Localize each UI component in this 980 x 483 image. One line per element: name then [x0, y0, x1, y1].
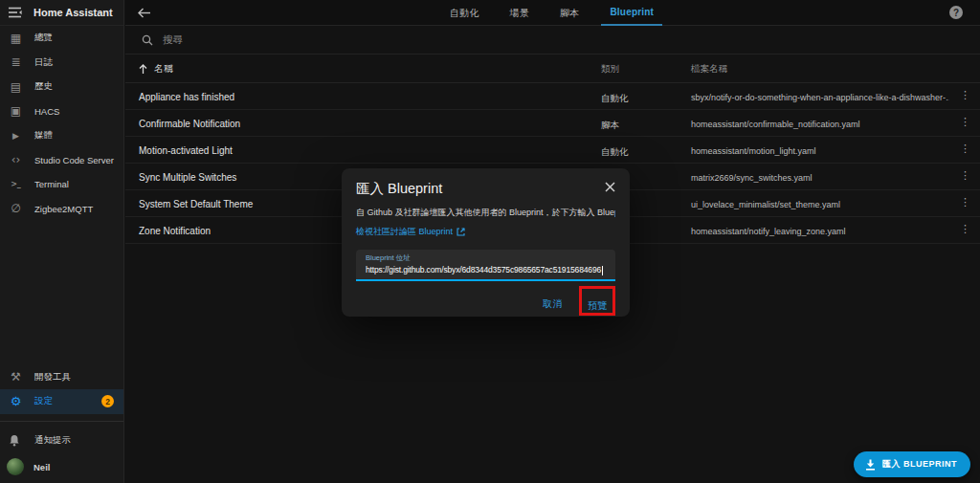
column-header-category[interactable]: 類別	[601, 63, 619, 76]
sidebar-item-settings[interactable]: ⚙ 設定 2	[0, 389, 123, 414]
tab-scripts[interactable]: 腳本	[551, 0, 588, 26]
community-blueprints-link[interactable]: 檢視社區討論區 Blueprint	[356, 226, 615, 238]
link-label: 檢視社區討論區 Blueprint	[356, 226, 453, 238]
blueprint-url-field[interactable]: Blueprint 位址 https://gist.github.com/sby…	[356, 250, 615, 281]
sidebar-item-logbook[interactable]: ≣ 日誌	[0, 51, 123, 76]
cell-name: System Set Default Theme	[139, 199, 253, 209]
search-bar[interactable]: 搜尋	[125, 26, 980, 55]
input-value: https://gist.github.com/sbyx/6d8344d3575…	[366, 265, 606, 275]
sidebar-header: Home Assistant	[0, 0, 123, 26]
import-blueprint-fab[interactable]: 匯入 BLUEPRINT	[854, 451, 970, 477]
sidebar-item-label: 通知提示	[34, 434, 71, 447]
cell-file: sbyx/notify-or-do-something-when-an-appl…	[691, 93, 949, 102]
zigbee-icon: ∅	[9, 202, 23, 215]
overview-icon: ▦	[9, 32, 23, 45]
input-label: Blueprint 位址	[366, 253, 606, 263]
external-link-icon	[457, 228, 465, 236]
cancel-button[interactable]: 取消	[543, 297, 563, 311]
tab-scenes[interactable]: 場景	[501, 0, 538, 26]
cell-name: Confirmable Notification	[139, 119, 240, 129]
sidebar-item-label: 開發工具	[34, 371, 71, 384]
sidebar-item-label: Terminal	[34, 179, 69, 189]
row-menu-icon[interactable]: ⋮	[960, 223, 970, 235]
sidebar-item-code-server[interactable]: ‹› Studio Code Server	[0, 148, 123, 173]
sidebar-item-media[interactable]: ▶ 媒體	[0, 123, 123, 148]
sidebar-item-history[interactable]: ▤ 歷史	[0, 75, 123, 99]
terminal-icon: >_	[9, 180, 23, 188]
text-caret	[602, 266, 603, 275]
bell-icon	[9, 434, 23, 447]
fab-label: 匯入 BLUEPRINT	[882, 458, 957, 471]
download-icon	[865, 459, 876, 471]
sidebar: Home Assistant ▦ 總覽 ≣ 日誌 ▤ 歷史 ▣ HACS ▶ 媒…	[0, 0, 124, 483]
row-menu-icon[interactable]: ⋮	[960, 116, 970, 128]
column-header-file[interactable]: 檔案名稱	[691, 63, 727, 76]
sidebar-item-zigbee2mqtt[interactable]: ∅ Zigbee2MQTT	[0, 197, 123, 222]
cell-file: matrix2669/sync_switches.yaml	[691, 173, 813, 183]
hammer-icon: ⚒	[9, 370, 23, 384]
sidebar-item-hacs[interactable]: ▣ HACS	[0, 99, 123, 124]
column-label: 名稱	[154, 62, 173, 76]
cell-category: 腳本	[601, 120, 619, 132]
logbook-icon: ≣	[9, 55, 23, 69]
cell-name: Zone Notification	[139, 226, 211, 236]
gear-icon: ⚙	[9, 394, 23, 408]
sidebar-item-label: Studio Code Server	[34, 155, 114, 165]
sidebar-item-developer-tools[interactable]: ⚒ 開發工具	[0, 365, 123, 390]
cell-category: 自動化	[601, 93, 629, 105]
sort-ascending-icon	[139, 64, 147, 75]
tab-bar: 自動化 場景 腳本 Blueprint	[441, 0, 662, 26]
sidebar-item-overview[interactable]: ▦ 總覽	[0, 26, 123, 51]
dialog-title: 匯入 Blueprint	[356, 180, 442, 198]
sidebar-item-notifications[interactable]: 通知提示	[0, 428, 123, 453]
menu-icon[interactable]	[9, 7, 23, 18]
sidebar-item-terminal[interactable]: >_ Terminal	[0, 172, 123, 197]
table-row[interactable]: Motion-activated Light 自動化 homeassistant…	[125, 137, 980, 164]
search-input[interactable]: 搜尋	[163, 33, 183, 47]
sidebar-item-label: Zigbee2MQTT	[34, 204, 93, 214]
app-title: Home Assistant	[33, 7, 113, 18]
dialog-description: 自 Github 及社群論壇匯入其他使用者的 Blueprint，於下方輸入 B…	[356, 207, 615, 219]
cell-file: homeassistant/notify_leaving_zone.yaml	[691, 227, 846, 236]
cell-name: Appliance has finished	[139, 92, 234, 102]
row-menu-icon[interactable]: ⋮	[960, 196, 970, 209]
hacs-icon: ▣	[9, 104, 23, 118]
settings-badge: 2	[101, 395, 114, 407]
search-icon	[142, 34, 153, 46]
cell-file: ui_lovelace_minimalist/set_theme.yaml	[691, 200, 840, 209]
sidebar-item-label: 媒體	[34, 129, 53, 142]
table-row[interactable]: Appliance has finished 自動化 sbyx/notify-o…	[125, 83, 980, 110]
back-arrow-icon[interactable]	[138, 8, 151, 18]
help-icon[interactable]: ?	[949, 6, 963, 19]
cell-file: homeassistant/confirmable_notification.y…	[691, 120, 860, 129]
column-header-name[interactable]: 名稱	[139, 55, 173, 83]
row-menu-icon[interactable]: ⋮	[960, 169, 970, 182]
cell-name: Sync Multiple Switches	[139, 172, 236, 183]
sidebar-item-label: 歷史	[34, 80, 53, 93]
sidebar-item-label: 總覽	[34, 32, 53, 44]
sidebar-item-user[interactable]: Neil	[0, 452, 123, 481]
sidebar-item-label: 日誌	[34, 56, 53, 69]
preview-button[interactable]: 預覽	[588, 300, 608, 311]
close-icon[interactable]	[605, 182, 615, 192]
row-menu-icon[interactable]: ⋮	[960, 143, 970, 155]
sidebar-bottom: ⚒ 開發工具 ⚙ 設定 2 通知提示 Neil	[0, 365, 123, 482]
url-text: https://gist.github.com/sbyx/6d8344d3575…	[366, 265, 601, 274]
table-header: 名稱 類別 檔案名稱	[125, 55, 980, 83]
row-menu-icon[interactable]: ⋮	[960, 89, 970, 101]
avatar	[7, 458, 24, 475]
sidebar-item-label: 設定	[34, 395, 53, 407]
cell-category: 自動化	[601, 146, 629, 159]
tab-blueprint[interactable]: Blueprint	[601, 0, 662, 26]
sidebar-nav: ▦ 總覽 ≣ 日誌 ▤ 歷史 ▣ HACS ▶ 媒體 ‹› Studio Cod…	[0, 26, 123, 221]
user-name: Neil	[33, 462, 50, 472]
sidebar-item-label: HACS	[34, 106, 59, 117]
home-assistant-app: Home Assistant ▦ 總覽 ≣ 日誌 ▤ 歷史 ▣ HACS ▶ 媒…	[0, 0, 980, 483]
tab-automations[interactable]: 自動化	[441, 0, 488, 26]
topbar: 自動化 場景 腳本 Blueprint ?	[125, 0, 980, 26]
sidebar-divider	[0, 421, 123, 422]
table-row[interactable]: Confirmable Notification 腳本 homeassistan…	[125, 110, 980, 137]
code-server-icon: ‹›	[9, 153, 23, 166]
cell-file: homeassistant/motion_light.yaml	[691, 146, 816, 156]
media-icon: ▶	[9, 131, 23, 141]
